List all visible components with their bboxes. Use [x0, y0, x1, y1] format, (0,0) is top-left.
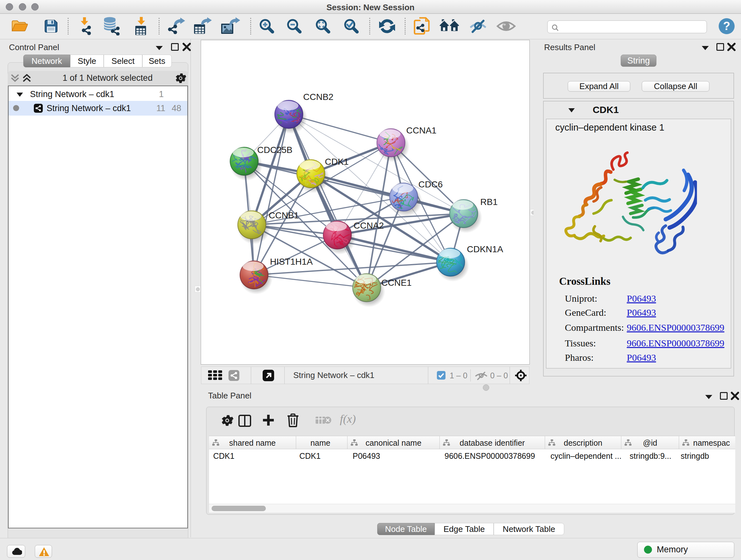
svg-text:CCNB1: CCNB1	[269, 210, 299, 220]
svg-text:RB1: RB1	[480, 197, 497, 207]
svg-text:CDKN1A: CDKN1A	[467, 244, 503, 254]
svg-text:?: ?	[723, 19, 730, 33]
svg-text:CDC6: CDC6	[418, 179, 443, 189]
svg-text:CDK1: CDK1	[325, 157, 349, 167]
svg-text:CCNE1: CCNE1	[381, 278, 412, 288]
svg-text:CDC25B: CDC25B	[257, 145, 292, 155]
svg-text:CCNA2: CCNA2	[354, 221, 384, 231]
svg-text:CCNB2: CCNB2	[303, 92, 333, 102]
svg-text:HIST1H1A: HIST1H1A	[270, 257, 313, 266]
svg-text:CCNA1: CCNA1	[406, 125, 436, 135]
